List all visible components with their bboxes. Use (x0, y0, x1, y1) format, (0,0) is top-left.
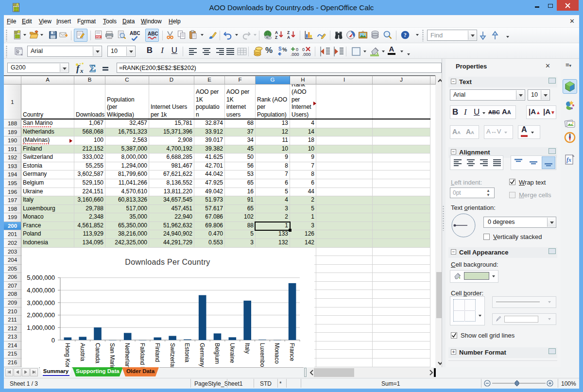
svg-text:Finland: Finland (154, 343, 161, 362)
svg-text:Netherlands: Netherlands (124, 343, 131, 367)
svg-text:Canada: Canada (94, 343, 101, 363)
svg-text:ABC: ABC (148, 31, 158, 36)
svg-text:1,000,000: 1,000,000 (27, 324, 55, 331)
svg-text:3,000,000: 3,000,000 (27, 299, 55, 307)
svg-text:fx: fx (566, 156, 571, 163)
svg-text:Switzerland: Switzerland (169, 343, 176, 367)
svg-text:.000: .000 (291, 52, 299, 57)
svg-text:PDF: PDF (96, 35, 101, 38)
svg-text:Hong Kong: Hong Kong (64, 343, 71, 367)
svg-text:Monaco: Monaco (274, 343, 280, 364)
svg-text:San Marino: San Marino (109, 343, 116, 367)
svg-text:f: f (76, 63, 80, 73)
svg-text:Luxembourg: Luxembourg (259, 343, 266, 367)
svg-text:A: A (287, 35, 290, 40)
svg-text:4,000,000: 4,000,000 (27, 287, 55, 294)
svg-text:Falkland Islands: Falkland Islands (139, 343, 146, 367)
svg-text:Austria: Austria (79, 343, 86, 361)
svg-text:France: France (289, 343, 295, 361)
svg-text:0: 0 (302, 47, 305, 52)
svg-text:Z: Z (275, 35, 277, 40)
svg-text:%: % (282, 47, 287, 52)
svg-text:5,000,000: 5,000,000 (27, 274, 55, 281)
svg-text:N: N (569, 133, 571, 136)
svg-text:S: S (278, 46, 282, 51)
svg-text:Belgium: Belgium (214, 343, 221, 364)
svg-text:0: 0 (296, 47, 298, 52)
svg-text:x: x (80, 67, 84, 74)
svg-text:Z: Z (287, 30, 290, 35)
svg-text:Ukraine: Ukraine (229, 343, 236, 363)
svg-text:A: A (275, 30, 278, 35)
svg-text:2,000,000: 2,000,000 (27, 311, 55, 319)
svg-text:?: ? (404, 32, 407, 38)
svg-text:Σ: Σ (89, 63, 96, 74)
svg-text:0: 0 (51, 337, 55, 344)
svg-text:Germany: Germany (199, 343, 206, 367)
svg-text:Italy: Italy (244, 343, 251, 354)
svg-text:Estonia: Estonia (184, 343, 190, 362)
svg-text:.000: .000 (302, 52, 311, 57)
svg-text:ABC: ABC (130, 31, 140, 36)
